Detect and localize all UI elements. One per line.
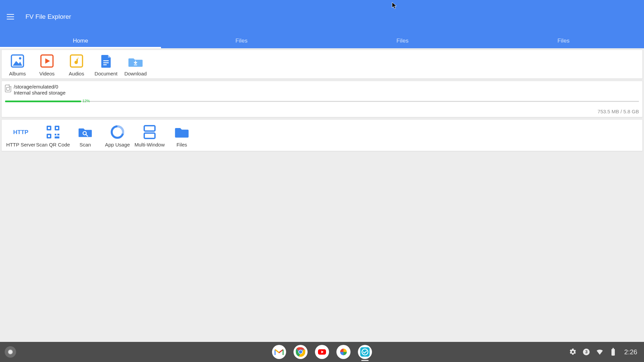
battery-icon[interactable] [609,348,617,356]
shortcut-albums[interactable]: Albums [6,53,29,76]
shortcut-download[interactable]: Download [124,53,147,76]
shortcut-videos[interactable]: Videos [36,53,58,76]
svg-text:HTTP: HTTP [13,129,29,135]
tool-files[interactable]: Files [167,124,196,147]
shortcut-label: Document [95,71,117,76]
app-title: FV File Explorer [25,13,71,20]
svg-rect-18 [57,134,59,135]
svg-rect-25 [275,349,283,355]
svg-rect-9 [134,65,137,65]
svg-rect-24 [144,133,155,138]
media-shortcuts-card: Albums Videos Audios Document [1,50,643,79]
shelf-app-fv[interactable] [358,345,372,359]
shelf-app-photos[interactable] [336,345,351,359]
tool-label: Files [176,142,187,147]
svg-rect-8 [103,64,107,65]
svg-rect-12 [48,127,50,129]
tool-multi-window[interactable]: Multi-Window [135,124,164,147]
usage-icon [110,124,125,140]
status-tray[interactable]: 3 2:26 [569,348,639,356]
shortcut-document[interactable]: Document [95,53,117,76]
document-icon [98,53,114,69]
tool-app-usage[interactable]: App Usage [103,124,132,147]
svg-text:3: 3 [585,349,587,354]
storage-size: 753.5 MB / 5.8 GB [5,109,639,114]
storage-name: Internal shared storage [14,90,65,96]
storage-path: /storage/emulated/0 [14,84,65,90]
svg-rect-19 [55,136,59,138]
shortcut-label: Download [124,71,147,76]
svg-rect-37 [612,348,614,349]
multiwindow-icon [142,124,157,140]
videos-icon [39,53,55,69]
shortcut-label: Albums [9,71,26,76]
storage-progress: 12% [5,100,639,103]
svg-rect-16 [48,135,50,137]
launcher-button[interactable] [5,346,16,358]
tool-scan-qr[interactable]: Scan QR Code [39,124,67,147]
albums-icon [10,53,25,69]
qr-icon [45,124,61,140]
shelf: 3 2:26 [0,342,644,362]
tool-label: App Usage [105,142,130,147]
tool-label: Multi-Window [135,142,165,147]
svg-rect-17 [55,134,56,135]
svg-point-2 [19,57,21,60]
wifi-icon[interactable] [596,348,603,356]
download-icon [128,53,143,69]
shelf-app-chrome[interactable] [293,345,308,359]
menu-icon[interactable] [7,12,16,21]
storage-percent-label: 12% [83,99,90,103]
folder-icon [174,124,190,140]
tabs: Home Files Files Files [0,34,644,48]
shortcut-audios[interactable]: Audios [65,53,88,76]
svg-marker-4 [45,58,50,64]
shelf-apps [272,345,372,359]
svg-point-29 [299,350,302,354]
tool-http-server[interactable]: HTTP HTTP Server [6,124,35,147]
audios-icon [69,53,84,69]
svg-rect-6 [103,60,109,61]
storage-card[interactable]: /storage/emulated/0 Internal shared stor… [1,81,643,117]
tool-scan[interactable]: Scan [71,124,100,147]
sdcard-icon [5,85,11,92]
notification-badge[interactable]: 3 [583,348,590,356]
clock[interactable]: 2:26 [624,348,637,356]
scan-folder-icon [77,124,93,140]
settings-icon[interactable] [569,348,577,356]
svg-rect-14 [56,127,58,129]
shortcut-label: Audios [69,71,84,76]
tools-card: HTTP HTTP Server Scan QR Code Scan [1,119,643,151]
shortcut-label: Videos [39,71,55,76]
tool-label: HTTP Server [6,142,35,147]
svg-rect-36 [611,349,615,356]
shelf-app-gmail[interactable] [272,345,286,359]
svg-rect-23 [144,126,155,131]
tool-label: Scan QR Code [36,142,70,147]
tab-files-1[interactable]: Files [161,34,322,48]
tab-files-2[interactable]: Files [322,34,483,48]
http-icon: HTTP [11,124,31,140]
tab-home[interactable]: Home [0,34,161,48]
shelf-app-youtube[interactable] [315,345,329,359]
svg-rect-7 [103,62,109,63]
app-bar: FV File Explorer Home Files Files Files [0,0,644,48]
tab-files-3[interactable]: Files [483,34,644,48]
svg-marker-1 [13,61,22,66]
tool-label: Scan [79,142,91,147]
